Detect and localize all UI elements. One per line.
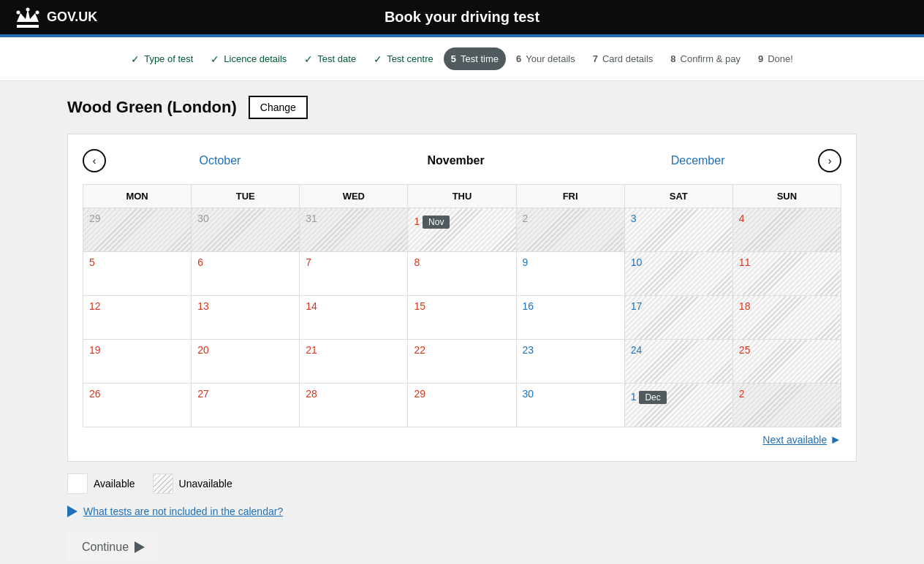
step-your-details[interactable]: 6 Your details [509, 47, 583, 70]
cal-cell-30-oct: 30 [192, 208, 300, 252]
cal-cell-21-nov[interactable]: 21 [300, 340, 408, 384]
step-test-time[interactable]: 5 Test time [444, 47, 506, 70]
day-number: 7 [306, 256, 311, 268]
step-card-details[interactable]: 7 Card details [586, 47, 661, 70]
cal-cell-22-nov[interactable]: 22 [408, 340, 516, 384]
cal-cell-9-nov[interactable]: 9 [516, 252, 624, 296]
cal-cell-24-nov: 24 [624, 340, 732, 384]
continue-button[interactable]: Continue [67, 532, 159, 563]
calendar-container: ‹ October November December › MON TUE WE… [67, 134, 857, 462]
prev-month-button[interactable]: ‹ [83, 149, 106, 172]
location-bar: Wood Green (London) Change [67, 96, 857, 119]
day-number: 30 [523, 388, 534, 400]
day-number: 30 [197, 213, 209, 224]
cal-cell-31-oct: 31 [300, 208, 408, 252]
progress-nav: ✓ Type of test ✓ Licence details ✓ Test … [0, 37, 924, 81]
day-number: 19 [89, 344, 101, 356]
day-number: 29 [89, 213, 101, 224]
day-number: 13 [197, 300, 209, 312]
day-number: 15 [414, 300, 425, 312]
calendar-grid: MON TUE WED THU FRI SAT SUN 29 30 31 1 [83, 184, 841, 427]
next-month-button[interactable]: › [818, 149, 841, 172]
cal-cell-2-nov: 2 [516, 208, 624, 252]
cal-cell-12-nov[interactable]: 12 [83, 296, 192, 340]
crown-icon [15, 7, 41, 28]
day-number: 24 [631, 344, 643, 356]
info-link[interactable]: What tests are not included in the calen… [83, 506, 283, 517]
day-number: 17 [631, 300, 643, 312]
step-label-3: Test date [317, 53, 356, 64]
check-icon-4: ✓ [374, 53, 382, 65]
logo-text: GOV.UK [47, 9, 97, 25]
cal-cell-5-nov[interactable]: 5 [83, 252, 192, 296]
step-label-1: Type of test [144, 53, 193, 64]
day-number: 6 [197, 256, 203, 268]
day-number: 5 [89, 256, 95, 268]
step-num-6: 6 [516, 53, 521, 64]
next-month-label[interactable]: December [671, 154, 725, 167]
change-location-button[interactable]: Change [249, 96, 308, 119]
col-wed: WED [300, 185, 408, 208]
calendar-row-1: 29 30 31 1 Nov 2 3 4 [83, 208, 841, 252]
cal-cell-30-nov[interactable]: 30 [516, 384, 624, 427]
day-number: 22 [414, 344, 425, 356]
step-confirm-pay[interactable]: 8 Confirm & pay [663, 47, 748, 70]
cal-cell-1-nov[interactable]: 1 Nov [408, 208, 516, 252]
month-badge-dec: Dec [639, 391, 666, 404]
cal-cell-19-nov[interactable]: 19 [83, 340, 192, 384]
step-licence-details[interactable]: ✓ Licence details [203, 47, 294, 71]
svg-point-2 [36, 10, 39, 14]
step-label-7: Card details [602, 53, 653, 64]
next-available-link[interactable]: Next available [762, 434, 827, 446]
day-number: 28 [306, 388, 317, 400]
cal-cell-6-nov[interactable]: 6 [192, 252, 300, 296]
legend-unavailable: Unavailable [153, 473, 232, 494]
cal-cell-7-nov[interactable]: 7 [300, 252, 408, 296]
step-test-date[interactable]: ✓ Test date [297, 47, 363, 71]
cal-cell-23-nov[interactable]: 23 [516, 340, 624, 384]
cal-cell-14-nov[interactable]: 14 [300, 296, 408, 340]
step-type-of-test[interactable]: ✓ Type of test [124, 47, 200, 71]
day-number: 18 [739, 300, 751, 312]
cal-cell-10-nov: 10 [624, 252, 732, 296]
cal-cell-11-nov: 11 [732, 252, 841, 296]
col-thu: THU [408, 185, 516, 208]
info-link-row: What tests are not included in the calen… [67, 506, 857, 517]
step-num-5: 5 [451, 53, 456, 64]
col-tue: TUE [192, 185, 300, 208]
cal-cell-18-nov: 18 [732, 296, 841, 340]
cal-cell-13-nov[interactable]: 13 [192, 296, 300, 340]
step-label-8: Confirm & pay [681, 53, 741, 64]
cal-cell-8-nov[interactable]: 8 [408, 252, 516, 296]
month-badge-nov: Nov [423, 216, 450, 229]
continue-arrow-icon [135, 541, 145, 553]
calendar-row-3: 12 13 14 15 16 17 18 [83, 296, 841, 340]
calendar-months: October November December [106, 154, 818, 167]
cal-cell-25-nov: 25 [732, 340, 841, 384]
cal-cell-1-dec: 1 Dec [624, 384, 732, 427]
step-label-2: Licence details [224, 53, 287, 64]
cal-cell-17-nov: 17 [624, 296, 732, 340]
legend-available: Available [67, 473, 135, 494]
prev-month-label[interactable]: October [200, 154, 241, 167]
day-number: 31 [306, 213, 317, 224]
cal-cell-26-nov[interactable]: 26 [83, 384, 192, 427]
cal-cell-20-nov[interactable]: 20 [192, 340, 300, 384]
day-number: 23 [523, 344, 534, 356]
next-available-row: Next available ► [83, 427, 841, 446]
step-done[interactable]: 9 Done! [751, 47, 800, 70]
cal-cell-15-nov[interactable]: 15 [408, 296, 516, 340]
cal-cell-28-nov[interactable]: 28 [300, 384, 408, 427]
continue-label: Continue [82, 541, 129, 554]
day-number: 2 [739, 388, 745, 400]
day-number: 26 [89, 388, 101, 400]
day-number: 8 [414, 256, 420, 268]
cal-cell-27-nov[interactable]: 27 [192, 384, 300, 427]
cal-cell-29-nov[interactable]: 29 [408, 384, 516, 427]
legend-unavailable-label: Unavailable [179, 478, 232, 489]
step-test-centre[interactable]: ✓ Test centre [366, 47, 441, 71]
cal-cell-16-nov[interactable]: 16 [516, 296, 624, 340]
day-number: 1 [631, 391, 637, 403]
col-sun: SUN [732, 185, 841, 208]
page-header: GOV.UK Book your driving test [0, 0, 924, 34]
